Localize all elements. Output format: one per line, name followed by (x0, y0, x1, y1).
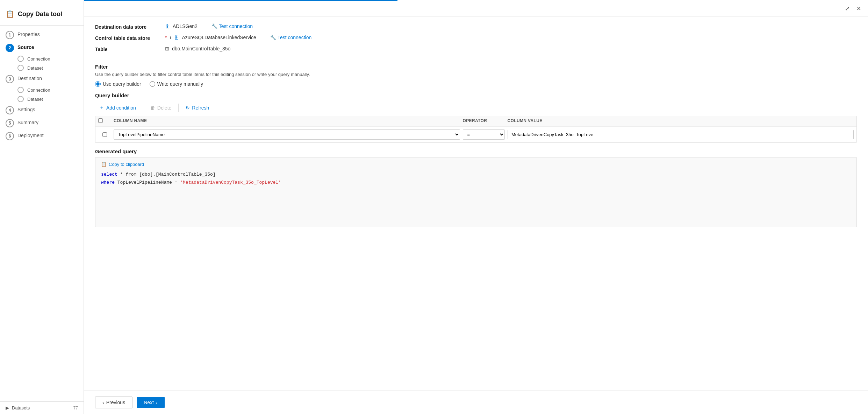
generated-query-label: Generated query (95, 148, 857, 154)
refresh-label: Refresh (192, 105, 209, 111)
toolbar-separator (143, 104, 143, 112)
dest-dataset-label: Dataset (27, 97, 43, 102)
adls-name: ADLSGen2 (173, 23, 198, 29)
trash-icon: 🗑 (150, 105, 155, 111)
expand-icon[interactable]: ⤢ (844, 4, 851, 13)
control-table-value: * ℹ 🗄 AzureSQLDatabaseLinkedService (165, 35, 256, 40)
row-1-checkbox[interactable] (102, 132, 107, 137)
radio-query-builder-input[interactable] (95, 81, 101, 87)
source-dataset-label: Dataset (27, 65, 43, 71)
grid-row-1: TopLevelPipelineName = (95, 126, 856, 142)
refresh-icon: ↻ (186, 105, 190, 111)
destination-store-label: Destination data store (95, 23, 165, 30)
radio-use-query-builder[interactable]: Use query builder (95, 81, 141, 87)
sidebar-item-source[interactable]: 2 Source (0, 41, 84, 54)
chevron-right-icon: › (156, 400, 158, 405)
sidebar-item-deployment[interactable]: 6 Deployment (0, 129, 84, 142)
main-header: ⤢ ✕ (84, 1, 868, 16)
sub-circle (17, 96, 24, 102)
control-table-row: Control table data store * ℹ 🗄 AzureSQLD… (95, 35, 857, 41)
wrench-icon: 🔧 (211, 23, 217, 29)
toolbar-separator-2 (178, 104, 179, 112)
sidebar-sub-dest-dataset[interactable]: Dataset (0, 94, 84, 104)
sidebar-datasets[interactable]: ▶ Datasets 77 (0, 401, 84, 414)
sidebar-sub-source-connection[interactable]: Connection (0, 54, 84, 63)
main-footer: ‹ Previous Next › (84, 391, 868, 414)
close-icon[interactable]: ✕ (855, 4, 862, 13)
header-column-value: COLUMN VALUE (508, 118, 854, 124)
app-icon: 📋 (6, 10, 14, 18)
datasets-label: Datasets (12, 405, 30, 411)
select-all-checkbox[interactable] (98, 118, 103, 123)
table-name: dbo.MainControlTable_35o (172, 46, 230, 51)
header-checkbox-cell (98, 118, 111, 124)
sub-circle (17, 56, 24, 62)
plus-icon: ＋ (99, 105, 104, 111)
source-connection-label: Connection (27, 56, 50, 62)
delete-button[interactable]: 🗑 Delete (146, 103, 175, 113)
wrench-icon-2: 🔧 (270, 35, 276, 40)
query-line-2: where TopLevelPipelineName = 'MetadataDr… (101, 178, 851, 187)
row-checkbox-cell (98, 132, 111, 137)
sidebar-item-summary[interactable]: 5 Summary (0, 117, 84, 129)
step-circle-4: 4 (6, 106, 14, 114)
sub-circle (17, 87, 24, 93)
copy-to-clipboard-button[interactable]: 📋 Copy to clipboard (101, 162, 144, 170)
step-circle-6: 6 (6, 132, 14, 140)
add-condition-button[interactable]: ＋ Add condition (95, 103, 140, 113)
radio-write-manually-label: Write query manually (157, 81, 203, 87)
sidebar-sub-dest-connection[interactable]: Connection (0, 85, 84, 94)
table-icon: ⊞ (165, 46, 169, 51)
row-1-operator: = (463, 129, 505, 140)
radio-write-manually[interactable]: Write query manually (150, 81, 203, 87)
sidebar-sub-source-dataset[interactable]: Dataset (0, 63, 84, 72)
sidebar-item-destination[interactable]: 3 Destination (0, 72, 84, 85)
column-value-input[interactable] (508, 130, 854, 139)
query-builder-grid: COLUMN NAME OPERATOR COLUMN VALUE TopLev… (95, 116, 857, 143)
filter-radio-group: Use query builder Write query manually (95, 81, 857, 87)
grid-header: COLUMN NAME OPERATOR COLUMN VALUE (95, 116, 856, 126)
step-label-source: Source (17, 43, 34, 51)
info-icon: ℹ (170, 35, 171, 40)
query-from-text: * from [dbo].[MainControlTable_35o] (117, 172, 216, 177)
test-connection-sql[interactable]: 🔧 Test connection (270, 35, 311, 40)
where-keyword: where (101, 180, 115, 185)
step-label-deployment: Deployment (17, 132, 44, 139)
sql-service-name: AzureSQLDatabaseLinkedService (182, 35, 256, 40)
column-name-select[interactable]: TopLevelPipelineName (114, 129, 460, 140)
sidebar-item-properties[interactable]: 1 Properties (0, 28, 84, 41)
step-circle-1: 1 (6, 31, 14, 39)
operator-select[interactable]: = (463, 129, 505, 140)
main-content: Destination data store 🗄 ADLSGen2 🔧 Test… (84, 16, 868, 391)
row-1-column-value (508, 130, 854, 139)
copy-label: Copy to clipboard (109, 162, 144, 167)
chevron-left-icon: ‹ (102, 400, 104, 405)
header-column-name: COLUMN NAME (114, 118, 460, 124)
adls-icon: 🗄 (165, 23, 170, 29)
query-value-text: 'MetadataDrivenCopyTask_35o_TopLevel' (180, 180, 281, 185)
previous-button[interactable]: ‹ Previous (95, 397, 132, 408)
table-value: ⊞ dbo.MainControlTable_35o (165, 46, 230, 51)
step-circle-2: 2 (6, 44, 14, 52)
table-row: Table ⊞ dbo.MainControlTable_35o (95, 46, 857, 52)
destination-store-value: 🗄 ADLSGen2 (165, 23, 198, 29)
generated-query-box: 📋 Copy to clipboard select * from [dbo].… (95, 157, 857, 227)
test-connection-adls[interactable]: 🔧 Test connection (211, 23, 253, 29)
table-label: Table (95, 46, 165, 52)
sidebar-item-settings[interactable]: 4 Settings (0, 104, 84, 117)
refresh-button[interactable]: ↻ Refresh (181, 103, 213, 113)
row-1-column-name: TopLevelPipelineName (114, 129, 460, 140)
previous-label: Previous (106, 400, 125, 405)
query-builder-toolbar: ＋ Add condition 🗑 Delete ↻ Refresh (95, 103, 857, 113)
step-circle-3: 3 (6, 75, 14, 83)
main-panel: ⤢ ✕ Destination data store 🗄 ADLSGen2 🔧 … (84, 0, 868, 414)
header-operator: OPERATOR (463, 118, 505, 124)
control-table-label: Control table data store (95, 35, 165, 41)
radio-write-manually-input[interactable] (150, 81, 155, 87)
copy-icon: 📋 (101, 162, 107, 167)
dest-connection-label: Connection (27, 87, 50, 93)
next-button[interactable]: Next › (137, 397, 164, 408)
step-circle-5: 5 (6, 119, 14, 127)
radio-query-builder-label: Use query builder (103, 81, 141, 87)
app-title: 📋 Copy Data tool (0, 6, 84, 26)
